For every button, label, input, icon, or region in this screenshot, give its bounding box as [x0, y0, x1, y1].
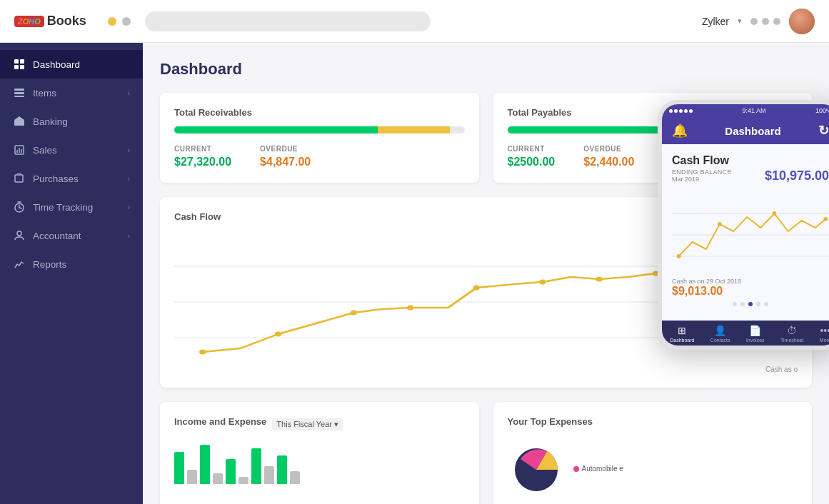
svg-point-26 [473, 286, 480, 291]
url-bar[interactable] [145, 11, 431, 31]
receivables-progress-yellow [378, 126, 451, 133]
time-tracking-chevron-icon: › [128, 203, 130, 211]
top-bar-dots [750, 18, 780, 25]
mobile-balance-label: ENDING BALANCE [672, 168, 732, 176]
user-label: Zylker [702, 16, 729, 27]
minimize-button[interactable] [108, 17, 116, 26]
sales-icon [13, 143, 26, 156]
avatar-image [789, 9, 815, 34]
receivables-overdue-label: OVERDUE [260, 145, 311, 153]
mobile-balance-date: Mar 2019 [672, 176, 732, 183]
svg-rect-4 [14, 89, 24, 91]
svg-rect-0 [14, 59, 19, 64]
svg-rect-13 [15, 175, 23, 182]
top-expenses-title: Your Top Expenses [508, 416, 593, 427]
sidebar-label-time-tracking: Time Tracking [33, 202, 128, 213]
mobile-cash-label: Cash as on 29 Oct 2018 [672, 278, 829, 285]
svg-rect-3 [20, 65, 24, 69]
mobile-bottom-nav: ⊞ Dashboard 👤 Contacts 📄 Invoices ⏱ Time… [662, 321, 829, 346]
mobile-bell-icon[interactable]: 🔔 [672, 123, 688, 138]
sidebar-item-accountant[interactable]: Accountant › [0, 221, 143, 250]
top-bar-right: Zylker ▾ [702, 9, 815, 34]
sidebar-item-reports[interactable]: Reports [0, 250, 143, 278]
svg-point-22 [199, 350, 206, 355]
mobile-content: Cash Flow ENDING BALANCE Mar 2019 $10,97… [662, 144, 829, 321]
items-chevron-icon: › [128, 89, 130, 97]
mobile-nav-more[interactable]: ••• More [820, 325, 829, 343]
page-dot2 [740, 302, 745, 306]
sidebar-item-sales[interactable]: Sales › [0, 136, 143, 164]
sidebar-label-accountant: Accountant [33, 231, 128, 241]
mobile-nav-timesheet-label: Timesheet [780, 338, 803, 343]
mobile-device-overlay: 9:41 AM 100% 🔔 Dashboard ↻ Cash Flow END… [658, 100, 829, 350]
mobile-timesheet-icon: ⏱ [787, 325, 797, 336]
zoho-brand: ZOHO [14, 16, 44, 27]
receivables-current: CURRENT $27,320.00 [174, 145, 231, 168]
mobile-nav-invoices[interactable]: 📄 Invoices [746, 325, 765, 343]
bar3 [200, 445, 210, 484]
receivables-stats: CURRENT $27,320.00 OVERDUE $4,847.00 [174, 145, 465, 168]
income-expense-filter[interactable]: This Fiscal Year ▾ [272, 418, 343, 430]
svg-rect-5 [14, 92, 24, 94]
sidebar-label-reports: Reports [33, 259, 130, 270]
income-expense-title: Income and Expense [174, 416, 266, 427]
receivables-current-label: CURRENT [174, 145, 231, 153]
accountant-chevron-icon: › [128, 232, 130, 240]
mobile-nav-contacts[interactable]: 👤 Contacts [710, 325, 730, 343]
top-expenses-chart: Automobile e [508, 441, 798, 498]
page-dot3 [748, 302, 753, 306]
mobile-nav-timesheet[interactable]: ⏱ Timesheet [780, 325, 803, 343]
mobile-chart-area [672, 192, 829, 271]
sidebar-item-dashboard[interactable]: Dashboard [0, 50, 143, 79]
mobile-balance-amount: $10,975.00 [765, 168, 829, 183]
mobile-nav-contacts-label: Contacts [710, 338, 730, 343]
maximize-button[interactable] [122, 17, 131, 26]
user-avatar[interactable] [789, 9, 815, 34]
svg-point-28 [596, 277, 603, 282]
bar9 [277, 455, 287, 484]
payables-current: CURRENT $2500.00 [508, 145, 556, 168]
sidebar-item-purchases[interactable]: Purchases › [0, 164, 143, 193]
income-expense-card: Income and Expense This Fiscal Year ▾ [160, 402, 479, 504]
income-expense-header: Income and Expense This Fiscal Year ▾ [174, 416, 465, 433]
payables-overdue-label: OVERDUE [583, 145, 634, 153]
svg-point-37 [718, 222, 722, 226]
bar1 [174, 452, 184, 484]
mobile-nav-dashboard[interactable]: ⊞ Dashboard [670, 325, 694, 343]
time-tracking-icon [13, 201, 26, 213]
top-expenses-header: Your Top Expenses [508, 416, 798, 433]
mobile-refresh-icon[interactable]: ↻ [818, 123, 829, 138]
svg-point-27 [539, 280, 546, 285]
sidebar-item-items[interactable]: Items › [0, 79, 143, 107]
mobile-page-dots [672, 302, 829, 306]
svg-point-25 [407, 306, 413, 311]
page-dot5 [764, 302, 768, 306]
mobile-contacts-icon: 👤 [714, 325, 726, 336]
mobile-nav-invoices-label: Invoices [746, 338, 765, 343]
receivables-title: Total Receivables [174, 107, 465, 118]
mobile-battery: 100% [815, 107, 829, 114]
signal-dot4 [684, 109, 688, 113]
payables-overdue: OVERDUE $2,440.00 [583, 145, 634, 168]
svg-rect-1 [20, 59, 24, 64]
mobile-invoices-icon: 📄 [749, 325, 761, 336]
sidebar-item-time-tracking[interactable]: Time Tracking › [0, 193, 143, 221]
expense-label-1: Automobile e [582, 465, 623, 473]
receivables-overdue: OVERDUE $4,847.00 [260, 145, 311, 168]
expense-pie [508, 441, 565, 498]
svg-rect-6 [14, 96, 24, 97]
dot3 [773, 18, 780, 25]
sidebar-item-banking[interactable]: Banking [0, 107, 143, 136]
page-title: Dashboard [160, 60, 812, 79]
svg-rect-2 [14, 65, 19, 69]
cash-flow-label-bottom: Cash as o [765, 366, 798, 373]
bottom-cards-row: Income and Expense This Fiscal Year ▾ [160, 402, 812, 504]
bar2 [187, 470, 197, 484]
svg-point-23 [275, 332, 281, 337]
signal-dot1 [669, 109, 673, 113]
user-dropdown-arrow[interactable]: ▾ [738, 16, 742, 26]
svg-point-24 [351, 311, 357, 316]
window-controls [108, 17, 131, 26]
svg-point-36 [677, 254, 681, 258]
bar8 [264, 466, 274, 484]
